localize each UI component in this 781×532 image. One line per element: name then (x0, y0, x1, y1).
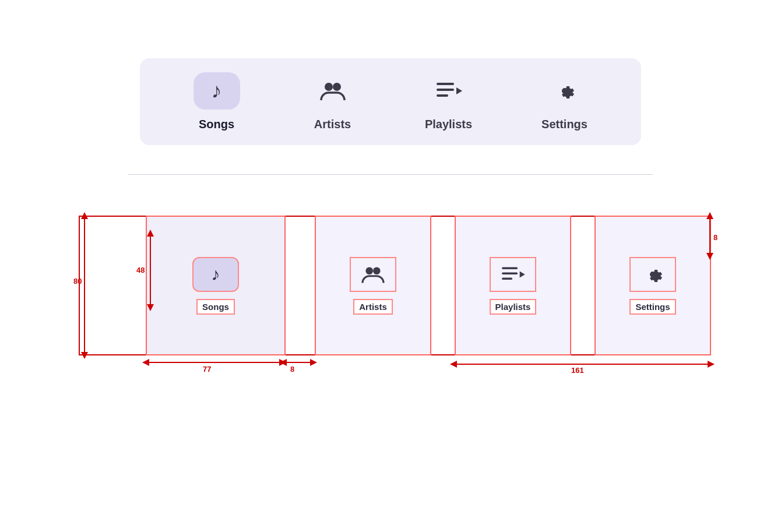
meas-8a: 8 (290, 365, 294, 374)
meas-8b: 8 (713, 233, 717, 242)
svg-point-0 (325, 83, 333, 91)
ann-artists-label: Artists (353, 299, 393, 315)
svg-rect-10 (502, 277, 512, 280)
nav-item-playlists[interactable]: Playlists (414, 72, 484, 131)
svg-rect-9 (502, 272, 518, 274)
svg-rect-3 (437, 89, 454, 91)
playlists-icon-wrap (425, 72, 472, 110)
svg-rect-8 (502, 267, 518, 269)
playlists-label: Playlists (425, 118, 472, 131)
ann-songs-box: ♪ Songs (146, 216, 286, 355)
settings-icon-wrap (541, 72, 588, 110)
ann-artists-icon-wrap (350, 257, 396, 292)
svg-marker-11 (520, 271, 525, 277)
svg-point-1 (333, 83, 341, 91)
gear-icon (553, 79, 576, 103)
top-navigation: ♪ Songs Artists Playlists (140, 58, 641, 145)
settings-label: Settings (541, 118, 587, 131)
ann-settings-label: Settings (629, 299, 676, 315)
artists-icon (320, 79, 346, 103)
ann-playlists-icon (500, 264, 526, 285)
ann-songs-icon-wrap: ♪ (192, 257, 239, 292)
nav-item-settings[interactable]: Settings (530, 72, 600, 131)
svg-rect-2 (437, 83, 454, 85)
nav-item-artists[interactable]: Artists (298, 72, 368, 131)
ann-music-note-icon: ♪ (212, 265, 220, 284)
ann-settings-icon-wrap (629, 257, 676, 292)
artists-icon-wrap (309, 72, 356, 110)
playlists-icon (435, 79, 462, 103)
meas-161: 161 (571, 366, 584, 375)
ann-artists-box: Artists (315, 216, 431, 355)
songs-icon-wrap: ♪ (194, 72, 240, 110)
music-note-icon: ♪ (212, 79, 222, 103)
ann-playlists-icon-wrap (490, 257, 536, 292)
ann-playlists-box: Playlists (455, 216, 571, 355)
artists-label: Artists (314, 118, 351, 131)
svg-marker-5 (456, 87, 462, 94)
svg-rect-4 (437, 94, 448, 97)
annotation-diagram: ♪ Songs Artists Playlists (70, 204, 711, 379)
meas-80: 80 (73, 277, 82, 286)
svg-point-7 (373, 267, 381, 274)
svg-point-6 (365, 267, 373, 274)
ann-settings-box: Settings (594, 216, 711, 355)
ann-playlists-label: Playlists (490, 299, 537, 315)
section-divider (128, 174, 653, 175)
meas-77: 77 (203, 365, 211, 374)
songs-label: Songs (199, 118, 234, 131)
nav-item-songs[interactable]: ♪ Songs (182, 72, 252, 131)
ann-songs-label: Songs (196, 299, 235, 315)
ann-gear-icon (641, 263, 664, 286)
meas-48: 48 (136, 266, 145, 274)
ann-artists-icon (361, 264, 385, 285)
